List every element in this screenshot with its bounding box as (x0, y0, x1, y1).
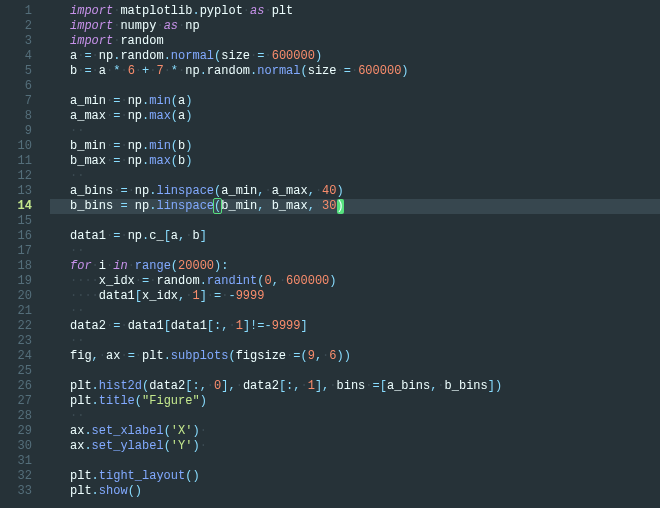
code-line[interactable]: a_min·=·np.min(a) (70, 94, 660, 109)
code-line[interactable]: b_max·=·np.max(b) (70, 154, 660, 169)
code-line[interactable]: ax.set_ylabel('Y')· (70, 439, 660, 454)
line-number: 26 (0, 379, 32, 394)
code-line[interactable]: ·· (70, 169, 660, 184)
line-number: 15 (0, 214, 32, 229)
line-number: 3 (0, 34, 32, 49)
code-line[interactable]: plt.hist2d(data2[:,·0],·data2[:,·1],·bin… (70, 379, 660, 394)
line-number-gutter: 1234567891011121314151617181920212223242… (0, 0, 50, 499)
line-number: 23 (0, 334, 32, 349)
code-line[interactable]: ····data1[x_idx,·1]·=·-9999 (70, 289, 660, 304)
line-number: 29 (0, 424, 32, 439)
line-number: 9 (0, 124, 32, 139)
code-area[interactable]: import·matplotlib.pyplot·as·pltimport·nu… (50, 0, 660, 499)
line-number: 5 (0, 64, 32, 79)
code-line[interactable]: plt.title("Figure") (70, 394, 660, 409)
code-line[interactable]: ·· (70, 334, 660, 349)
line-number: 17 (0, 244, 32, 259)
line-number: 8 (0, 109, 32, 124)
code-editor[interactable]: 1234567891011121314151617181920212223242… (0, 0, 660, 499)
line-number: 21 (0, 304, 32, 319)
code-line[interactable]: a_bins·=·np.linspace(a_min,·a_max,·40) (70, 184, 660, 199)
line-number: 2 (0, 19, 32, 34)
line-number: 33 (0, 484, 32, 499)
code-line[interactable]: data1·=·np.c_[a,·b] (70, 229, 660, 244)
line-number: 30 (0, 439, 32, 454)
line-number: 7 (0, 94, 32, 109)
code-line[interactable]: b·=·a·*·6·+·7·*·np.random.normal(size·=·… (70, 64, 660, 79)
code-line[interactable]: ·· (70, 304, 660, 319)
code-line[interactable]: ····x_idx·=·random.randint(0,·600000) (70, 274, 660, 289)
code-line[interactable]: import·matplotlib.pyplot·as·plt (70, 4, 660, 19)
code-line[interactable]: a_max·=·np.max(a) (70, 109, 660, 124)
line-number: 20 (0, 289, 32, 304)
line-number: 4 (0, 49, 32, 64)
line-number: 32 (0, 469, 32, 484)
line-number: 19 (0, 274, 32, 289)
line-number: 1 (0, 4, 32, 19)
code-line[interactable] (70, 454, 660, 469)
code-line[interactable] (70, 364, 660, 379)
cursor: ) (337, 199, 344, 214)
code-line[interactable]: b_bins·=·np.linspace(b_min,·b_max,·30) (50, 199, 660, 214)
code-line[interactable]: ·· (70, 409, 660, 424)
line-number: 12 (0, 169, 32, 184)
code-line[interactable] (70, 214, 660, 229)
code-line[interactable] (70, 79, 660, 94)
code-line[interactable]: for·i·in·range(20000): (70, 259, 660, 274)
code-line[interactable]: ·· (70, 124, 660, 139)
line-number: 18 (0, 259, 32, 274)
line-number: 14 (0, 199, 32, 214)
line-number: 6 (0, 79, 32, 94)
line-number: 28 (0, 409, 32, 424)
code-line[interactable]: import·random (70, 34, 660, 49)
code-line[interactable]: a·=·np.random.normal(size·=·600000) (70, 49, 660, 64)
line-number: 16 (0, 229, 32, 244)
line-number: 24 (0, 349, 32, 364)
code-line[interactable]: ·· (70, 244, 660, 259)
line-number: 13 (0, 184, 32, 199)
code-line[interactable]: import·numpy·as·np (70, 19, 660, 34)
line-number: 11 (0, 154, 32, 169)
line-number: 27 (0, 394, 32, 409)
line-number: 31 (0, 454, 32, 469)
code-line[interactable]: data2·=·data1[data1[:,·1]!=-9999] (70, 319, 660, 334)
line-number: 25 (0, 364, 32, 379)
code-line[interactable]: plt.show() (70, 484, 660, 499)
code-line[interactable]: plt.tight_layout() (70, 469, 660, 484)
code-line[interactable]: ax.set_xlabel('X')· (70, 424, 660, 439)
code-line[interactable]: b_min·=·np.min(b) (70, 139, 660, 154)
line-number: 22 (0, 319, 32, 334)
line-number: 10 (0, 139, 32, 154)
code-line[interactable]: fig,·ax·=·plt.subplots(figsize·=(9,·6)) (70, 349, 660, 364)
